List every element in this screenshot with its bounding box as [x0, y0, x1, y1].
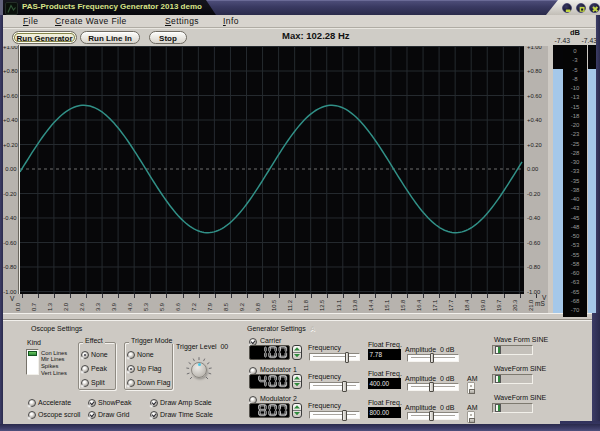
carrier-spinner[interactable]: [292, 345, 302, 360]
meter-scale-label: -40: [563, 196, 587, 202]
meter-scale-label: -68: [563, 298, 587, 304]
modulator-2-am-button[interactable]: [467, 411, 476, 423]
modulator-1-am-label: AM: [467, 375, 478, 382]
meter-bar-left: [553, 45, 563, 313]
meter-scale-label: -65: [563, 289, 587, 295]
time-tick: [375, 294, 376, 298]
spin-down-arrow[interactable]: [294, 412, 300, 415]
carrier-waveform-selector[interactable]: [492, 345, 533, 355]
time-tick: [22, 294, 23, 298]
amp-scale-label: -0.40: [524, 215, 548, 221]
knob-position-indicator: [198, 363, 201, 366]
modulator-2-amplitude-slider[interactable]: [407, 412, 459, 420]
window-title: PAS-Products Frequency Generator 2013 de…: [22, 2, 202, 11]
modulator-1-frequency-slider-thumb[interactable]: [342, 381, 347, 392]
modulator-1-frequency-slider[interactable]: [309, 382, 360, 390]
amp-scale-label: +0.60: [524, 93, 548, 99]
effect-radio-split[interactable]: [81, 379, 89, 387]
checkbox-draw-time-scale[interactable]: [150, 411, 158, 419]
trigger-mode-radio-down-flag[interactable]: [127, 379, 135, 387]
modulator-2-amplitude-slider-thumb[interactable]: [429, 411, 434, 422]
menu-item-info[interactable]: Info: [223, 16, 239, 26]
modulator-1-float-freq-label: Float Freq.: [368, 370, 402, 377]
panel-ridge: [3, 320, 595, 321]
run-line-in-button[interactable]: Run Line In: [80, 31, 140, 45]
checkbox-draw-amp-scale[interactable]: [150, 399, 158, 407]
menu-bar: FileCreate Wave FileSettingsInfo: [3, 15, 595, 28]
modulator-2-spinner[interactable]: [292, 403, 302, 418]
checkbox-draw-grid[interactable]: [88, 411, 96, 419]
carrier-amplitude-slider-thumb[interactable]: [430, 353, 435, 364]
title-bar[interactable]: PAS-Products Frequency Generator 2013 de…: [0, 0, 600, 15]
carrier-amplitude-slider[interactable]: [407, 354, 459, 362]
app-icon[interactable]: [5, 1, 18, 14]
effect-radio-none[interactable]: [81, 351, 89, 359]
kind-option-3[interactable]: Spikes: [41, 363, 58, 370]
time-tick: [215, 294, 216, 298]
meter-scale-label: -38: [563, 187, 587, 193]
carrier-waveform-thumb: [495, 346, 501, 353]
modulator-1-waveform-selector[interactable]: [492, 374, 533, 384]
time-tick: [487, 294, 488, 298]
oscilloscope-display[interactable]: [20, 46, 524, 294]
checkbox-accelerate[interactable]: [28, 399, 36, 407]
carrier-waveform-label: Wave Form SINE: [494, 336, 548, 343]
checkbox-label: Draw Grid: [98, 411, 130, 418]
menu-item-create-wave-file[interactable]: Create Wave File: [55, 16, 127, 26]
modulator-1-float-freq-value: 400.00: [368, 378, 401, 389]
modulator-1-spinner[interactable]: [292, 374, 302, 389]
app-window: PAS-Products Frequency Generator 2013 de…: [0, 0, 600, 431]
amp-scale-label: 0.00: [524, 166, 548, 172]
kind-option-1[interactable]: Con Lines: [41, 350, 67, 357]
effect-title: Effect: [83, 337, 105, 344]
effect-radio-peak[interactable]: [81, 365, 89, 373]
modulator-2-frequency-slider-thumb[interactable]: [342, 410, 347, 421]
modulator-1-waveform-label: WaveForm SINE: [494, 365, 546, 372]
spinner-divider: [293, 381, 301, 382]
modulator-2-waveform-selector[interactable]: [492, 403, 533, 413]
meter-scale-label: -15: [563, 104, 587, 110]
menu-item-file[interactable]: File: [23, 16, 38, 26]
maximize-button[interactable]: [576, 3, 587, 14]
minimize-button[interactable]: [562, 3, 573, 14]
meter-scale-label: -35: [563, 178, 587, 184]
trigger-mode-option-label: Down Flag: [137, 379, 170, 386]
meter-scale-label: -10: [563, 85, 587, 91]
trigger-mode-option-label: None: [137, 351, 154, 358]
amp-scale-label: -0.20: [3, 191, 18, 197]
trigger-mode-radio-up-flag[interactable]: [127, 365, 135, 373]
modulator-2-am-label: AM: [467, 404, 478, 411]
carrier-frequency-slider[interactable]: [309, 353, 360, 361]
checkbox-oscope-scroll[interactable]: [28, 411, 36, 419]
modulator-1-amplitude-slider[interactable]: [407, 383, 459, 391]
spin-up-arrow[interactable]: [294, 405, 300, 408]
meter-scale-label: -53: [563, 242, 587, 248]
modulator-1-am-button[interactable]: [467, 382, 476, 394]
meter-scale-label: -43: [563, 205, 587, 211]
meter-scale-label: -48: [563, 224, 587, 230]
spinner-divider: [293, 410, 301, 411]
menu-item-settings[interactable]: Settings: [165, 16, 199, 26]
run-generator-button[interactable]: Run Generator: [12, 31, 77, 45]
close-button[interactable]: [589, 3, 600, 14]
window-border-left: [0, 15, 3, 424]
modulator-2-frequency-slider[interactable]: [309, 411, 360, 419]
modulator-1-amplitude-slider-thumb[interactable]: [429, 382, 434, 393]
modulator-2-float-freq-value: 800.00: [368, 407, 401, 418]
modulator-2-led-display: [249, 403, 290, 418]
checkbox-showpeak[interactable]: [88, 399, 96, 407]
trigger-mode-radio-none[interactable]: [127, 351, 135, 359]
time-tick: [134, 294, 135, 298]
kind-option-2[interactable]: Mir Lines: [41, 356, 65, 363]
meter-bar-left-unlit: [553, 45, 563, 69]
spin-down-arrow[interactable]: [294, 354, 300, 357]
carrier-frequency-slider-thumb[interactable]: [345, 352, 350, 363]
kind-option-4[interactable]: Vert Lines: [41, 370, 67, 377]
meter-bar-right-unlit: [588, 45, 596, 69]
meter-scale-label: -45: [563, 215, 587, 221]
spin-up-arrow[interactable]: [294, 376, 300, 379]
spin-down-arrow[interactable]: [294, 383, 300, 386]
kind-selector[interactable]: [26, 349, 39, 375]
stop-button[interactable]: Stop: [149, 31, 187, 45]
spin-up-arrow[interactable]: [294, 347, 300, 350]
